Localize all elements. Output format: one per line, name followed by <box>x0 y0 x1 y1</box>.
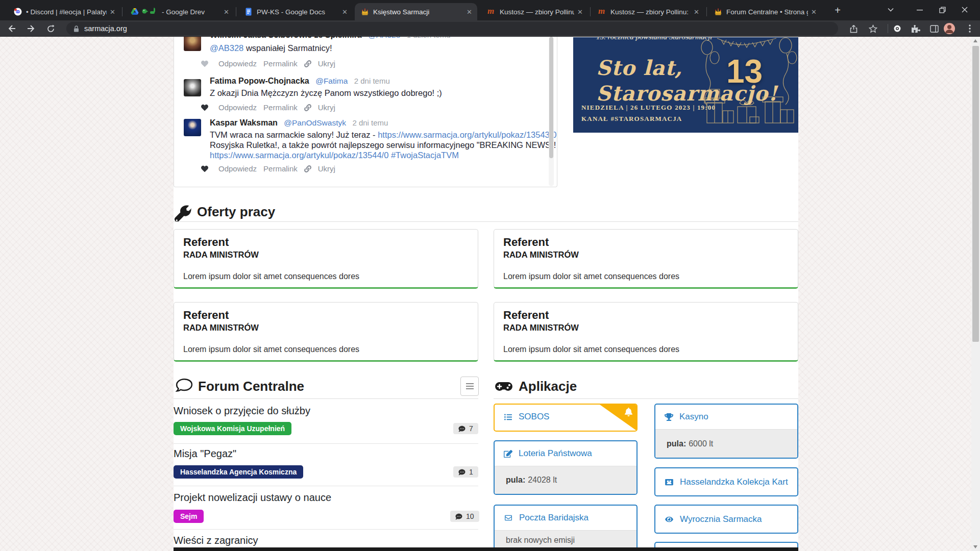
close-icon[interactable]: ✕ <box>224 8 229 16</box>
close-icon[interactable]: ✕ <box>110 8 115 16</box>
permalink-button[interactable]: Permalink <box>263 59 298 68</box>
tab-search-chevron-icon[interactable] <box>879 0 902 19</box>
bookmark-star-icon[interactable] <box>867 23 879 34</box>
profile-avatar[interactable] <box>943 23 955 34</box>
minimize-button[interactable] <box>909 0 931 19</box>
heart-icon[interactable] <box>201 165 209 172</box>
tab-strip: • Discord | #leocja | Palatyn ✕ - Google… <box>0 0 980 20</box>
address-bar[interactable]: sarmacja.org <box>66 22 838 35</box>
close-icon[interactable]: ✕ <box>694 8 699 16</box>
comments-scrollbar[interactable] <box>549 37 554 186</box>
forum-topic-badge[interactable]: Hasselandzka Agencja Kosmiczna <box>174 465 303 479</box>
share-icon[interactable] <box>847 23 860 34</box>
list-icon <box>504 413 512 421</box>
jobs-heading: Oferty pracy <box>197 204 275 220</box>
app-card-kasyno[interactable]: Kasyno pula: 6000 lt <box>654 404 798 459</box>
tab-forum-centralne[interactable]: Forum Centralne • Strona g ✕ <box>708 3 822 20</box>
permalink-button[interactable]: Permalink <box>263 164 298 173</box>
reply-button[interactable]: Odpowiedz <box>218 103 257 112</box>
article-link[interactable]: https://www.sarmacja.org/artykul/pokaz/1… <box>210 151 388 160</box>
forum-topic-title[interactable]: Wniosek o przyjęcie do służby <box>174 405 310 417</box>
comment-author: Fatima Popow-Chojnacka <box>210 77 309 85</box>
topic-divider <box>174 486 478 486</box>
scroll-down-arrow[interactable] <box>973 545 977 548</box>
app-card-wyrocznia[interactable]: Wyrocznia Sarmacka <box>654 505 798 534</box>
adblock-icon[interactable] <box>891 23 903 34</box>
job-org: RADA MINISTRÓW <box>183 250 469 260</box>
tab-discord[interactable]: • Discord | #leocja | Palatyn ✕ <box>8 3 120 20</box>
article-link[interactable]: https://www.sarmacja.org/artykul/pokaz/1… <box>378 130 556 139</box>
heart-icon[interactable] <box>201 104 209 111</box>
close-icon[interactable]: ✕ <box>467 8 472 16</box>
back-button[interactable] <box>5 23 18 34</box>
comment-handle[interactable]: @Fatima <box>315 77 348 85</box>
comment-handle[interactable]: @AH328 <box>368 37 400 39</box>
forum-topic-title[interactable]: Misja "Pegaz" <box>174 448 236 460</box>
new-tab-button[interactable]: + <box>831 4 844 17</box>
close-window-button[interactable] <box>953 0 976 19</box>
hashtag-link[interactable]: #TwojaStacjaTVM <box>388 151 459 160</box>
page-scrollbar[interactable] <box>971 37 980 551</box>
tab-google-drive[interactable]: - Google Drev ✕ <box>125 3 234 20</box>
job-title: Referent <box>503 236 789 249</box>
comment-body-line: TVM wraca na sarmackie salony! Już teraz… <box>210 130 557 140</box>
tab-separator <box>590 7 591 16</box>
comment-header: Kaspar Waksman @PanOdSwastyk 2 dni temu <box>210 118 388 128</box>
forum-topic-title[interactable]: Wieści z zagranicy <box>174 535 258 546</box>
close-icon[interactable]: ✕ <box>577 8 583 16</box>
lock-icon <box>74 26 79 32</box>
comment-count: 10 <box>466 512 474 520</box>
page-scrollbar-thumb[interactable] <box>972 46 979 342</box>
toolbar-separator <box>888 24 888 33</box>
discord-icon <box>14 8 22 16</box>
app-card-poczta[interactable]: Poczta Baridajska brak nowych emisji <box>494 505 638 551</box>
kebab-menu-icon[interactable] <box>964 23 976 34</box>
forum-topic-badge[interactable]: Wojskowa Komisja Uzupełnień <box>174 422 291 435</box>
tab-ksiestwo-sarmacji-active[interactable]: Księstwo Sarmacji ✕ <box>355 3 477 20</box>
tab-kustosz-2[interactable]: m Kustosz — zbiory Pollinu: # ✕ <box>592 3 704 20</box>
hide-button[interactable]: Ukryj <box>318 164 335 173</box>
close-icon[interactable]: ✕ <box>811 8 817 16</box>
forward-button[interactable] <box>24 23 38 34</box>
comment-body: Z okazji Dnia Mężczyzn życzę Panom wszys… <box>210 88 442 98</box>
forum-topic-title[interactable]: Projekt nowelizacji ustawy o nauce <box>174 492 331 504</box>
comment-icon <box>458 425 465 432</box>
pula-value: 24028 lt <box>528 475 557 485</box>
comment-handle[interactable]: @PanOdSwastyk <box>284 118 346 127</box>
permalink-button[interactable]: Permalink <box>263 103 298 112</box>
forum-menu-button[interactable] <box>460 377 479 396</box>
link-icon <box>304 104 311 111</box>
link-icon <box>304 165 311 172</box>
anniversary-banner[interactable]: 13. rocznica powstania Starosarmacji Sto… <box>573 37 798 133</box>
scroll-up-arrow[interactable] <box>973 39 977 42</box>
kustosz-icon: m <box>487 8 496 16</box>
comments-scrollbar-thumb[interactable] <box>549 37 553 158</box>
app-card-sobos[interactable]: SOBOS <box>494 404 638 432</box>
mention-link[interactable]: @AB328 <box>210 43 243 53</box>
app-card-kolekcja-kart[interactable]: Hasselandzka Kolekcja Kart <box>654 467 798 496</box>
footer-strip <box>174 547 798 551</box>
close-icon[interactable]: ✕ <box>342 8 348 16</box>
job-org: RADA MINISTRÓW <box>503 323 789 333</box>
app-card-loteria[interactable]: Loteria Państwowa pula: 24028 lt <box>494 440 638 495</box>
tab-separator <box>706 7 707 16</box>
tab-google-docs[interactable]: PW-KS - Google Docs ✕ <box>238 3 353 20</box>
hide-button[interactable]: Ukryj <box>318 103 335 112</box>
comment-body-line: Rosyjska Ruletka!, a także powrót najlep… <box>210 140 556 150</box>
job-card[interactable]: Referent RADA MINISTRÓW Lorem ipsum dolo… <box>494 302 798 362</box>
reply-button[interactable]: Odpowiedz <box>218 59 257 68</box>
reload-button[interactable] <box>44 23 57 34</box>
heart-icon[interactable] <box>201 60 209 67</box>
restore-button[interactable] <box>931 0 953 19</box>
pencil-square-icon <box>504 449 512 458</box>
job-card[interactable]: Referent RADA MINISTRÓW Lorem ipsum dolo… <box>174 302 478 362</box>
bird-emoji-icon <box>141 8 150 16</box>
job-card[interactable]: Referent RADA MINISTRÓW Lorem ipsum dolo… <box>494 229 798 289</box>
extensions-puzzle-icon[interactable] <box>910 23 922 34</box>
job-card[interactable]: Referent RADA MINISTRÓW Lorem ipsum dolo… <box>174 229 478 289</box>
hide-button[interactable]: Ukryj <box>318 59 335 68</box>
forum-topic-badge[interactable]: Sejm <box>174 510 204 523</box>
side-panel-icon[interactable] <box>928 23 940 34</box>
tab-kustosz-1[interactable]: m Kustosz — zbiory Pollinu ✕ <box>481 3 588 20</box>
reply-button[interactable]: Odpowiedz <box>218 164 257 173</box>
